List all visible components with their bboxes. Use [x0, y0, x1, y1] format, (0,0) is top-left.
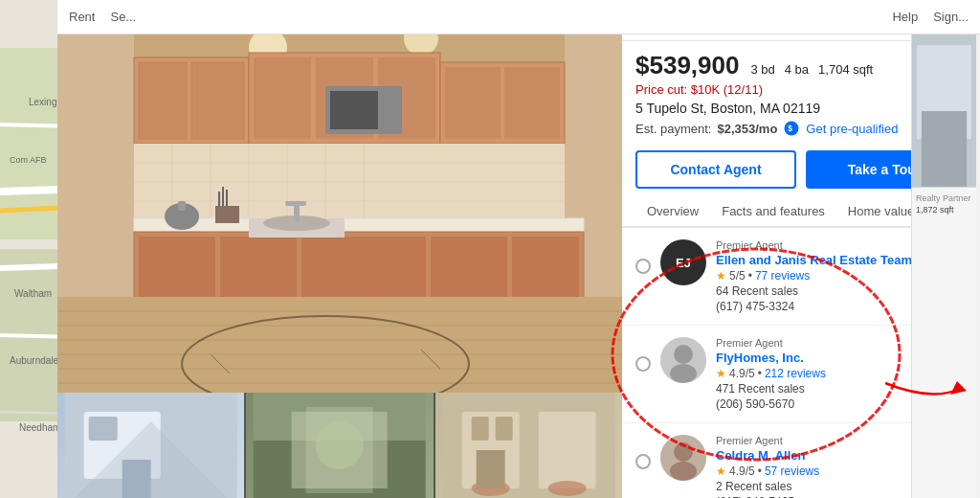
baths: 4 ba: [785, 62, 809, 77]
svg-text:$: $: [789, 124, 793, 133]
agent-score-fly: 4.9/5: [729, 367, 755, 380]
svg-rect-63: [222, 187, 224, 206]
nav-sign[interactable]: Sign...: [933, 10, 969, 24]
svg-rect-91: [538, 412, 595, 488]
svg-text:Waltham: Waltham: [14, 288, 52, 299]
agent-avatar-fly: [660, 337, 706, 383]
agent-avatar-cel: [660, 435, 706, 481]
svg-rect-115: [922, 111, 967, 187]
svg-rect-83: [122, 460, 151, 498]
agent-reviews-fly[interactable]: 212 reviews: [765, 367, 826, 380]
beds-baths-sqft: 3 bd 4 ba 1,704 sqft: [750, 62, 873, 77]
page-wrapper: 2 9 Lexing... Com AFB Waltham Auburndale…: [0, 0, 980, 498]
get-prequalified-link[interactable]: Get pre-qualified: [806, 122, 898, 136]
svg-text:Auburndale: Auburndale: [10, 355, 59, 366]
svg-rect-27: [139, 62, 187, 139]
svg-rect-34: [445, 67, 501, 139]
right-preview-details: Realty Partner 1,872 sqft: [912, 188, 976, 220]
svg-rect-66: [178, 201, 186, 211]
svg-rect-30: [254, 57, 311, 139]
svg-point-95: [547, 481, 586, 496]
svg-rect-92: [471, 417, 488, 441]
agent-reviews-ej[interactable]: 77 reviews: [755, 269, 810, 283]
svg-point-111: [674, 442, 693, 462]
svg-text:Needham: Needham: [19, 422, 60, 433]
agent-avatar-ej: EJ: [660, 239, 706, 285]
nav-help[interactable]: Help: [892, 10, 918, 24]
prequalified-icon: $: [783, 120, 800, 137]
svg-rect-61: [215, 206, 239, 223]
svg-point-88: [316, 421, 364, 469]
right-preview-strip: Realty Partner 1,872 sqft: [911, 34, 976, 498]
svg-rect-28: [191, 62, 244, 139]
listing-price: $539,900: [635, 51, 739, 80]
svg-rect-64: [226, 190, 228, 206]
nav-rent[interactable]: Rent: [69, 10, 95, 24]
est-payment-label: Est. payment:: [635, 122, 711, 136]
svg-point-109: [670, 364, 697, 383]
thumbnail-row: [57, 393, 622, 498]
svg-rect-93: [495, 417, 512, 441]
svg-rect-35: [504, 67, 560, 139]
top-nav: Rent Se... Help Sign...: [57, 0, 980, 34]
right-preview-sqft: 1,872 sqft: [916, 205, 972, 215]
agent-radio-ej[interactable]: [635, 259, 651, 274]
svg-point-112: [670, 462, 697, 481]
agent-radio-cel[interactable]: [635, 454, 651, 469]
contact-agent-button[interactable]: Contact Agent: [635, 150, 796, 189]
right-preview-label: Realty Partner: [916, 193, 972, 203]
est-payment-value: $2,353/mo: [717, 122, 777, 136]
svg-rect-62: [218, 192, 220, 207]
thumbnail-1[interactable]: [57, 393, 244, 498]
modal-overlay: Zillow Save Share More: [57, 0, 976, 498]
agent-reviews-cel[interactable]: 57 reviews: [765, 464, 819, 478]
svg-rect-60: [330, 91, 378, 129]
tab-facts[interactable]: Facts and features: [710, 196, 836, 228]
svg-point-108: [674, 345, 693, 364]
listing-modal: Zillow Save Share More: [57, 0, 976, 498]
nav-se[interactable]: Se...: [110, 10, 136, 24]
svg-rect-58: [285, 201, 306, 206]
svg-rect-96: [476, 450, 504, 488]
image-panel: [57, 0, 622, 498]
agent-score-cel: 4.9/5: [729, 464, 755, 478]
svg-text:Com AFB: Com AFB: [10, 155, 47, 165]
main-listing-image[interactable]: [57, 0, 622, 393]
beds: 3 bd: [750, 62, 774, 77]
right-preview-image: [912, 34, 976, 188]
tab-overview[interactable]: Overview: [635, 196, 710, 228]
thumbnail-3[interactable]: [435, 393, 622, 498]
svg-rect-48: [134, 218, 584, 232]
svg-rect-81: [89, 417, 118, 441]
agent-radio-fly[interactable]: [635, 356, 651, 372]
sqft: 1,704 sqft: [818, 62, 873, 77]
thumbnail-2[interactable]: [246, 393, 433, 498]
agent-score-ej: 5/5: [729, 269, 746, 283]
